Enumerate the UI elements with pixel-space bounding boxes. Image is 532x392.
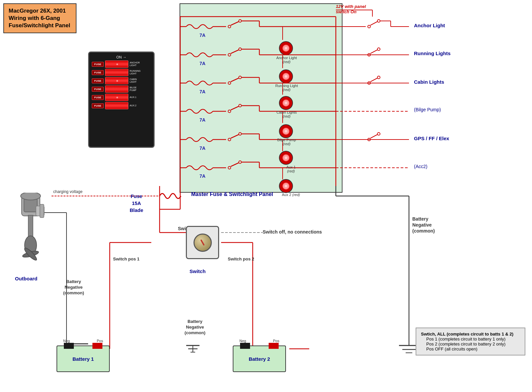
svg-line-59 bbox=[231, 106, 239, 110]
battery1-pos-terminal bbox=[92, 343, 102, 349]
battery-2: Neg Pos Battery 2 bbox=[233, 345, 286, 372]
lamp-anchor-label: Anchor Light(red) bbox=[273, 56, 300, 64]
legend-box: Swtich, ALL (completes circuit to batts … bbox=[416, 328, 525, 355]
fuse-7a-3: 7A bbox=[200, 89, 205, 94]
switch-label: Switch bbox=[190, 268, 205, 274]
acc2-label: (Acc2) bbox=[414, 164, 427, 169]
fuse-7a-5: 7A bbox=[200, 146, 205, 151]
svg-line-43 bbox=[231, 78, 239, 82]
battery2-neg-terminal bbox=[240, 343, 250, 349]
svg-point-39 bbox=[377, 48, 380, 50]
fuse-main-label: Fuse15ABlade bbox=[130, 193, 143, 214]
svg-line-8 bbox=[231, 22, 239, 25]
battery2-neg-label: Neg bbox=[239, 339, 246, 343]
bilge-pump-label: (Bilge Pump) bbox=[414, 107, 441, 112]
lamp-bilge-label: Bilge Pump(red) bbox=[273, 138, 300, 146]
v12-label: 12V with panel switch On bbox=[336, 4, 376, 14]
battery2-text: Battery 2 bbox=[249, 356, 270, 362]
svg-point-20 bbox=[377, 20, 380, 22]
svg-point-67 bbox=[285, 130, 287, 133]
svg-line-72 bbox=[231, 135, 239, 138]
svg-point-51 bbox=[285, 102, 287, 104]
panel-title-label: Master Fuse & Switchlight Panel bbox=[191, 191, 273, 197]
fuse-7a-2: 7A bbox=[200, 61, 205, 66]
svg-point-55 bbox=[377, 76, 380, 79]
svg-line-54 bbox=[370, 78, 377, 82]
svg-rect-137 bbox=[40, 204, 44, 218]
cabin-lights-label: Cabin Lights bbox=[414, 79, 444, 85]
legend-pos2: Pos 2 (completes circuit to battery 2 on… bbox=[421, 342, 520, 346]
svg-point-60 bbox=[239, 104, 241, 107]
svg-point-16 bbox=[285, 47, 287, 49]
svg-point-80 bbox=[285, 156, 287, 159]
battery2-pos-label: Pos bbox=[273, 339, 279, 343]
svg-line-88 bbox=[231, 163, 239, 166]
svg-line-19 bbox=[370, 22, 377, 25]
battery1-text: Battery 1 bbox=[72, 356, 94, 362]
svg-point-18 bbox=[368, 25, 370, 28]
switch-pointer bbox=[200, 239, 204, 245]
svg-rect-130 bbox=[24, 199, 37, 212]
battery-switch[interactable] bbox=[186, 226, 219, 259]
svg-point-84 bbox=[377, 133, 380, 135]
battery1-neg-label: Neg bbox=[63, 339, 70, 343]
svg-point-131 bbox=[21, 193, 41, 200]
battery1-neg-terminal bbox=[64, 343, 74, 349]
svg-point-28 bbox=[239, 48, 241, 50]
legend-all: Swtich, ALL (completes circuit to batts … bbox=[421, 332, 520, 337]
svg-point-26 bbox=[228, 53, 231, 56]
anchor-light-label: Anchor Light bbox=[414, 23, 445, 28]
svg-line-27 bbox=[231, 50, 239, 53]
outboard-motor bbox=[7, 193, 53, 266]
svg-point-96 bbox=[285, 185, 287, 187]
fuse-7a-4: 7A bbox=[200, 117, 205, 123]
svg-point-35 bbox=[285, 75, 287, 78]
switch-off-label: Switch off, no connections bbox=[263, 229, 322, 235]
switch-pos1-label: Switch pos 1 bbox=[113, 256, 139, 261]
legend-pos1: Pos 1 (completes circuit to battery 1 on… bbox=[421, 337, 520, 342]
svg-point-89 bbox=[239, 161, 241, 163]
battery-neg-common-bat2: BatteryNegative(common) bbox=[185, 319, 205, 336]
fuse-7a-6: 7A bbox=[200, 173, 205, 179]
battery-neg-common-right: BatteryNegative(common) bbox=[412, 216, 435, 234]
svg-point-73 bbox=[239, 133, 241, 135]
svg-line-83 bbox=[370, 135, 377, 138]
battery-1: Neg Pos Battery 1 bbox=[57, 345, 110, 372]
svg-point-44 bbox=[239, 76, 241, 79]
svg-point-42 bbox=[228, 82, 231, 84]
legend-pos-off: Pos OFF (all circuits open) bbox=[421, 346, 520, 351]
svg-point-58 bbox=[228, 110, 231, 113]
running-lights-label: Running Lights bbox=[414, 50, 451, 56]
svg-point-71 bbox=[228, 138, 231, 141]
svg-point-7 bbox=[228, 25, 231, 28]
switch-knob bbox=[194, 234, 212, 252]
lamp-cabin-label: Cabin Lights(red) bbox=[273, 110, 300, 118]
battery2-pos-terminal bbox=[269, 343, 279, 349]
svg-point-87 bbox=[228, 166, 231, 169]
lamp-aux2-label: Aux 2 (red) bbox=[278, 193, 304, 197]
battery-neg-common-bat1: BatteryNegative(common) bbox=[63, 279, 84, 296]
outboard-label: Outboard bbox=[15, 276, 38, 281]
lamp-aux1-label: Aux 1(red) bbox=[278, 165, 304, 173]
lamp-running-label: Running Light(red) bbox=[273, 84, 300, 92]
switch-pos2-label: Switch pos 2 bbox=[228, 256, 254, 261]
svg-line-38 bbox=[370, 50, 377, 53]
gps-label: GPS / FF / Elex bbox=[414, 136, 449, 141]
fuse-7a-1: 7A bbox=[200, 33, 205, 38]
svg-point-9 bbox=[239, 20, 241, 22]
charging-voltage-label: charging voltage bbox=[53, 189, 82, 194]
battery1-pos-label: Pos bbox=[97, 339, 103, 343]
